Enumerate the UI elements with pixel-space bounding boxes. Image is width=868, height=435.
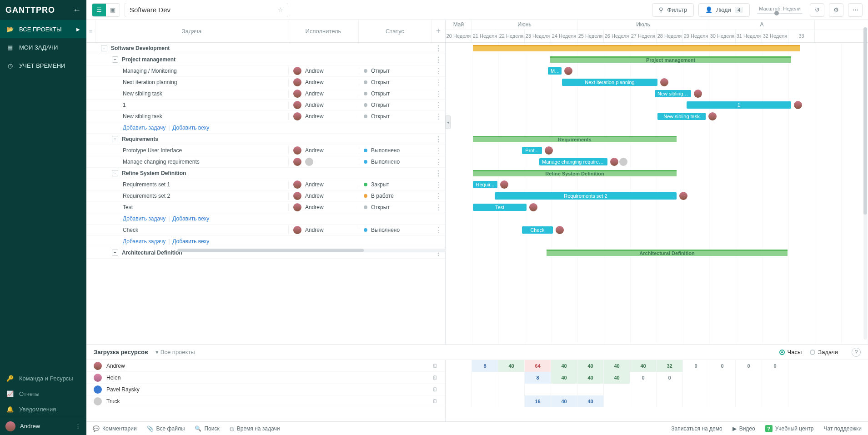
hours-cell[interactable]	[472, 372, 498, 384]
zoom-control[interactable]: Масштаб: Недели	[754, 6, 805, 14]
task-row[interactable]: New sibling taskAndrewОткрыт⋮	[86, 111, 445, 122]
hours-cell[interactable]	[683, 372, 709, 384]
task-actions-button[interactable]: ⋮	[431, 55, 445, 64]
hours-cell[interactable]	[683, 384, 709, 395]
add-milestone-link[interactable]: Добавить веху	[172, 215, 209, 222]
task-actions-button[interactable]: ⋮	[431, 112, 445, 121]
files-button[interactable]: 📎Все файлы	[147, 425, 185, 432]
view-board-tab[interactable]: ▣	[106, 4, 120, 16]
hours-cell[interactable]	[657, 384, 683, 395]
column-task-header[interactable]: Задача	[95, 20, 288, 42]
assignee-cell[interactable]: Andrew	[288, 112, 359, 120]
gantt-task-bar[interactable]: Check	[522, 226, 553, 234]
view-gantt-tab[interactable]: ☰	[92, 4, 106, 16]
task-actions-button[interactable]: ⋮	[431, 192, 445, 200]
nav-my-tasks[interactable]: ▤ МОИ ЗАДАЧИ	[0, 38, 86, 56]
gantt-task-bar[interactable]: Next iteration planning	[562, 79, 657, 86]
gantt-group-bar[interactable]: Requirements	[473, 136, 677, 142]
hours-cell[interactable]	[551, 384, 577, 395]
hours-cell[interactable]	[604, 384, 630, 395]
hours-cell[interactable]: 8	[472, 360, 498, 372]
status-cell[interactable]: Открыт	[359, 113, 431, 120]
hours-cell[interactable]: 0	[762, 360, 788, 372]
gantt-area[interactable]: Project managementM...Next iteration pla…	[446, 43, 868, 344]
column-assignee-header[interactable]: Исполнитель	[288, 20, 359, 42]
resource-row[interactable]: Truck🗓	[86, 395, 445, 407]
task-actions-button[interactable]: ⋮	[431, 146, 445, 155]
hours-cell[interactable]: 32	[657, 360, 683, 372]
hours-cell[interactable]: 40	[577, 395, 604, 407]
resource-row[interactable]: Pavel Raysky🗓	[86, 384, 445, 395]
task-actions-button[interactable]: ⋮	[431, 203, 445, 212]
status-cell[interactable]: Открыт	[359, 90, 431, 97]
gantt-task-bar[interactable]: Prot...	[522, 147, 542, 154]
search-button[interactable]: 🔍Поиск	[195, 425, 219, 432]
task-actions-button[interactable]: ⋮	[431, 180, 445, 189]
collapse-icon[interactable]: −	[101, 45, 107, 51]
calendar-icon[interactable]: 🗓	[432, 386, 438, 393]
status-cell[interactable]: Закрыт	[359, 181, 431, 188]
time-tasks-button[interactable]: ◷Время на задачи	[230, 425, 280, 432]
people-button[interactable]: 👤 Люди 4	[698, 3, 750, 17]
task-group-row[interactable]: −Requirements⋮	[86, 134, 445, 145]
task-actions-button[interactable]: ⋮	[431, 44, 445, 53]
resource-filter-dropdown[interactable]: ▾ Все проекты	[156, 349, 195, 355]
add-task-row[interactable]: Добавить задачу|Добавить веху	[86, 122, 445, 134]
assignee-cell[interactable]	[288, 158, 359, 166]
task-group-row[interactable]: −Software Development⋮	[86, 43, 445, 54]
help-button[interactable]: ?	[852, 348, 861, 357]
hours-cell[interactable]	[472, 395, 498, 407]
column-settings-icon[interactable]: ≡	[86, 20, 95, 42]
task-actions-button[interactable]: ⋮	[431, 158, 445, 166]
gantt-task-bar[interactable]: Requir...	[473, 181, 497, 188]
nav-notifications[interactable]: 🔔 Уведомления	[0, 401, 86, 417]
hours-cell[interactable]	[525, 384, 551, 395]
task-actions-button[interactable]: ⋮	[431, 135, 445, 144]
gantt-task-bar[interactable]: M...	[548, 67, 562, 75]
hours-cell[interactable]: 40	[551, 360, 577, 372]
hours-cell[interactable]: 40	[604, 360, 630, 372]
hours-cell[interactable]: 40	[604, 372, 630, 384]
hours-cell[interactable]: 0	[709, 360, 736, 372]
assignee-cell[interactable]: Andrew	[288, 146, 359, 155]
user-bar[interactable]: Andrew ⋮	[0, 417, 86, 435]
timeline-vscroll[interactable]	[863, 27, 867, 340]
task-row[interactable]: TestAndrewОткрыт⋮	[86, 202, 445, 213]
task-row[interactable]: Manage changing requirementsВыполнено⋮	[86, 156, 445, 168]
calendar-icon[interactable]: 🗓	[432, 375, 438, 381]
hours-cell[interactable]: 0	[657, 372, 683, 384]
hours-cell[interactable]	[604, 395, 630, 407]
hours-cell[interactable]	[498, 384, 525, 395]
status-cell[interactable]: В работе	[359, 193, 431, 199]
hours-cell[interactable]	[498, 372, 525, 384]
hours-cell[interactable]	[762, 384, 788, 395]
task-group-row[interactable]: −Project management⋮	[86, 54, 445, 65]
hours-cell[interactable]	[657, 395, 683, 407]
collapse-sidebar-icon[interactable]: ←	[73, 5, 81, 15]
task-actions-button[interactable]: ⋮	[431, 101, 445, 110]
collapse-icon[interactable]: −	[112, 170, 118, 176]
hours-cell[interactable]	[736, 395, 762, 407]
task-actions-button[interactable]: ⋮	[431, 226, 445, 235]
add-milestone-link[interactable]: Добавить веху	[172, 125, 209, 131]
comments-button[interactable]: 💬Комментарии	[93, 425, 137, 432]
calendar-icon[interactable]: 🗓	[432, 398, 438, 405]
nav-team-resources[interactable]: 🔑 Команда и Ресурсы	[0, 370, 86, 386]
toggle-hours[interactable]: Часы	[779, 349, 802, 355]
gantt-task-bar[interactable]: Manage changing requireme...	[539, 158, 607, 165]
hours-cell[interactable]: 40	[577, 372, 604, 384]
hours-cell[interactable]: 0	[630, 372, 657, 384]
task-row[interactable]: Requirements set 1AndrewЗакрыт⋮	[86, 179, 445, 190]
collapse-icon[interactable]: −	[112, 250, 118, 256]
assignee-cell[interactable]: Andrew	[288, 203, 359, 211]
assignee-cell[interactable]: Andrew	[288, 78, 359, 86]
user-more-icon[interactable]: ⋮	[75, 423, 81, 430]
add-task-row[interactable]: Добавить задачу|Добавить веху	[86, 236, 445, 247]
nav-all-projects[interactable]: 📂 ВСЕ ПРОЕКТЫ ▶	[0, 20, 86, 38]
gantt-task-bar[interactable]: New sibling task	[657, 113, 706, 120]
status-cell[interactable]: Выполнено	[359, 227, 431, 233]
gantt-group-bar[interactable]: Project management	[550, 56, 791, 63]
assignee-cell[interactable]: Andrew	[288, 101, 359, 109]
add-milestone-link[interactable]: Добавить веху	[172, 238, 209, 245]
splitter-handle[interactable]: ◂	[445, 115, 451, 129]
